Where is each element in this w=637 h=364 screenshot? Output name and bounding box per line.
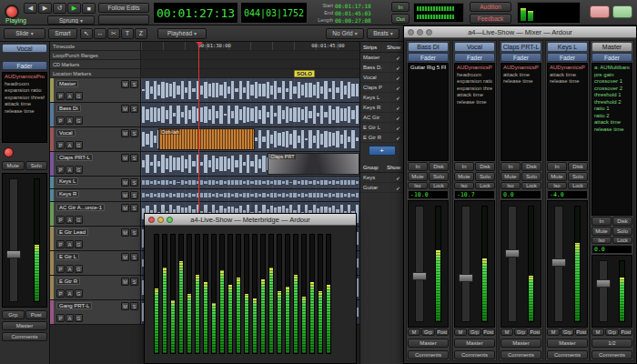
strip-fader-button[interactable]: Fader	[2, 61, 47, 70]
track-group-button[interactable]: G	[75, 166, 83, 174]
strip-fader-button[interactable]: Fader	[500, 53, 541, 62]
meter-point-button[interactable]: Post	[436, 329, 449, 336]
grid-mode-dropdown[interactable]: No Grid ▾	[326, 28, 364, 39]
window-controls[interactable]	[148, 217, 173, 223]
plugin-param-row[interactable]: expansion ratio	[5, 87, 45, 95]
mute-button[interactable]: Mute	[454, 172, 474, 181]
track-name[interactable]: Vocal	[56, 129, 76, 136]
track-lane[interactable]: Claps PRT	[141, 152, 359, 176]
plugin-row[interactable]: AUDynamicsPro	[503, 65, 539, 72]
gain-display[interactable]: 0.0	[592, 245, 632, 254]
ruler-lane[interactable]	[141, 51, 359, 59]
disk-button[interactable]: Disk	[475, 162, 495, 171]
solo-button[interactable]: Solo	[521, 172, 541, 181]
mute-button[interactable]: Mute	[592, 227, 612, 236]
track-header[interactable]: Keys RMS	[50, 189, 141, 201]
plugin-row[interactable]: threshold 2	[594, 99, 630, 106]
minimize-icon[interactable]	[157, 217, 164, 223]
mute-button[interactable]: Mute	[547, 172, 567, 181]
primary-clock[interactable]: 00:01:27:13	[153, 2, 238, 24]
input-button[interactable]: In	[408, 162, 428, 171]
strip-name[interactable]: Vocal	[454, 42, 495, 52]
processor-box[interactable]: AUDynamicsProattack timerelease time	[547, 63, 588, 161]
plugin-row[interactable]: AUDynamicsPro	[457, 65, 492, 72]
track-playlist-button[interactable]: P	[56, 92, 65, 100]
plugin-row[interactable]: release time	[457, 99, 492, 106]
disk-button[interactable]: Disk	[612, 217, 632, 226]
plugin-param-row[interactable]: headroom	[5, 81, 45, 88]
plugin-row[interactable]: attack time	[457, 92, 492, 99]
track-header[interactable]: AC Gtr A...unce-1MSPAG	[50, 202, 141, 226]
gain-display[interactable]: -4.0	[547, 190, 588, 199]
track-name[interactable]: Claps PRT-L	[56, 154, 93, 161]
track-group-button[interactable]: G	[75, 265, 83, 273]
add-track-button[interactable]: +	[369, 146, 396, 156]
solo-lock-button[interactable]: Lock	[475, 182, 495, 189]
goto-end-button[interactable]: ▶	[38, 3, 52, 14]
secondary-clock[interactable]: 044|03|1752	[240, 2, 308, 24]
plugin-row[interactable]: expansion threshold	[457, 86, 492, 93]
fader-handle[interactable]	[459, 274, 473, 282]
disk-button[interactable]: Disk	[521, 162, 541, 171]
output-button[interactable]: Master	[2, 321, 47, 330]
meter-point-button[interactable]: Post	[620, 329, 632, 336]
meter-point-button[interactable]: Post	[575, 329, 588, 336]
track-name[interactable]: AC Gtr A...unce-1	[56, 204, 105, 211]
plugin-row[interactable]: attack time	[550, 72, 585, 79]
track-lane[interactable]	[141, 177, 359, 188]
range-tool[interactable]: ↔	[94, 28, 106, 39]
window-controls[interactable]	[408, 29, 432, 35]
solo-iso-button[interactable]: Iso	[500, 182, 521, 189]
shuttle-mode-dropdown[interactable]: Sprung ▾	[47, 15, 95, 25]
plugin-param-row[interactable]: release time	[5, 108, 45, 116]
track-header[interactable]: Bass DiMSPAG	[50, 103, 141, 126]
plugin-row[interactable]: AUDynamicsPro	[550, 65, 585, 72]
metering-button[interactable]: M	[500, 329, 513, 336]
plugin-row[interactable]: headroom	[457, 72, 492, 79]
plugin-param-row[interactable]: expansion threshold	[5, 95, 45, 102]
comments-button[interactable]: Comments	[408, 350, 449, 359]
track-mute-button[interactable]: M	[121, 129, 129, 137]
plugin-row[interactable]: pre gain	[594, 72, 630, 79]
track-header[interactable]: Keys LMS	[50, 177, 141, 188]
plugin-row[interactable]: attack time	[503, 72, 539, 79]
punch-out-button[interactable]: Out	[391, 14, 410, 24]
goto-start-button[interactable]: ◀	[24, 3, 37, 14]
ruler-lane[interactable]: SOLO	[141, 69, 359, 77]
zoom-icon[interactable]	[426, 29, 432, 35]
grid-units-dropdown[interactable]: Beats ▾	[367, 28, 399, 39]
strip-fader-button[interactable]: Fader	[408, 53, 449, 62]
track-name[interactable]: Keys R	[56, 190, 79, 197]
fader-handle[interactable]	[596, 279, 611, 288]
solo-button[interactable]: Solo	[475, 172, 495, 181]
track-solo-button[interactable]: S	[130, 129, 138, 137]
timefx-tool[interactable]: T	[121, 28, 134, 39]
group-button[interactable]: Grp	[605, 329, 618, 336]
solo-lock-button[interactable]: Lock	[612, 237, 632, 244]
track-header[interactable]: MasterMSPAG	[50, 78, 141, 102]
track-solo-button[interactable]: S	[130, 105, 138, 113]
close-icon[interactable]	[408, 29, 414, 35]
track-name[interactable]: Master	[56, 80, 78, 87]
group-list-item[interactable]: Keys✓	[360, 173, 403, 183]
track-playlist-button[interactable]: P	[56, 265, 65, 273]
plugin-row[interactable]: crossover 2	[594, 86, 630, 93]
track-solo-button[interactable]: S	[130, 278, 138, 286]
plugin-row[interactable]: release time	[594, 126, 630, 134]
input-button[interactable]: In	[547, 162, 567, 171]
track-mute-button[interactable]: M	[121, 80, 129, 88]
strip-name[interactable]: Keys L	[547, 42, 588, 52]
meter-point-button[interactable]: Post	[529, 329, 541, 336]
plugin-row[interactable]: ratio 2	[594, 113, 630, 120]
solo-button[interactable]: Solo	[568, 172, 588, 181]
status-pill-green[interactable]	[612, 5, 632, 18]
comments-button[interactable]: Comments	[500, 350, 541, 359]
track-mute-button[interactable]: M	[121, 191, 129, 199]
track-automation-button[interactable]: A	[66, 289, 74, 298]
track-automation-button[interactable]: A	[66, 166, 74, 174]
track-name[interactable]: Keys L	[56, 177, 78, 185]
comments-button[interactable]: Comments	[592, 350, 632, 359]
metering-button[interactable]: M	[592, 329, 604, 336]
fader-handle[interactable]	[505, 249, 520, 258]
track-mute-button[interactable]: M	[121, 105, 129, 113]
